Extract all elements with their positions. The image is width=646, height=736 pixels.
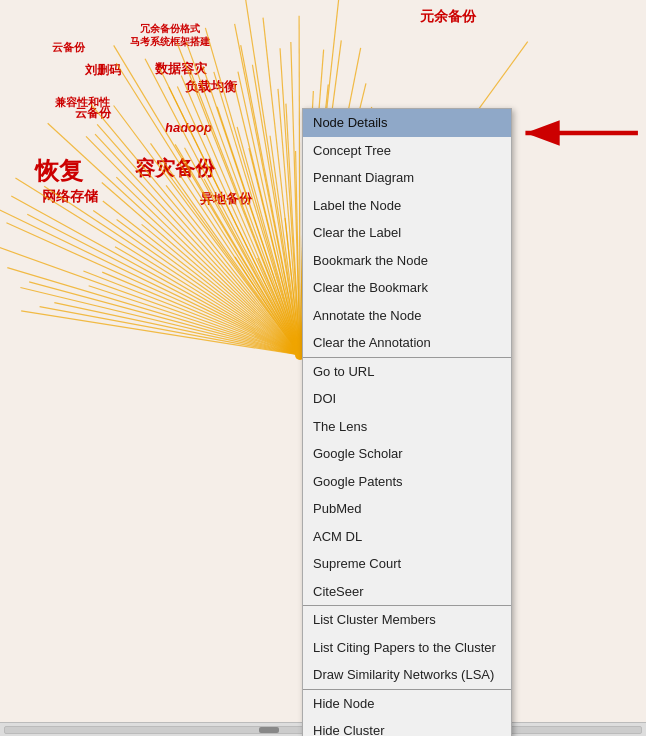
menu-item-hide-node[interactable]: Hide Node <box>303 689 511 718</box>
menu-item-list-citing-papers[interactable]: List Citing Papers to the Cluster <box>303 634 511 662</box>
menu-item-supreme-court[interactable]: Supreme Court <box>303 550 511 578</box>
menu-item-list-cluster-members[interactable]: List Cluster Members <box>303 605 511 634</box>
menu-item-clear-label[interactable]: Clear the Label <box>303 219 511 247</box>
arrow-indicator <box>514 118 644 148</box>
menu-item-bookmark-node[interactable]: Bookmark the Node <box>303 247 511 275</box>
menu-item-concept-tree[interactable]: Concept Tree <box>303 137 511 165</box>
menu-item-pennant-diagram[interactable]: Pennant Diagram <box>303 164 511 192</box>
svg-line-21 <box>102 182 300 355</box>
menu-item-draw-similarity[interactable]: Draw Similarity Networks (LSA) <box>303 661 511 689</box>
menu-item-hide-cluster[interactable]: Hide Cluster <box>303 717 511 736</box>
menu-item-google-patents[interactable]: Google Patents <box>303 468 511 496</box>
menu-item-cite-seer[interactable]: CiteSeer <box>303 578 511 606</box>
svg-line-62 <box>114 45 300 355</box>
menu-item-doi[interactable]: DOI <box>303 385 511 413</box>
menu-item-pubmed[interactable]: PubMed <box>303 495 511 523</box>
context-menu: Node DetailsConcept TreePennant DiagramL… <box>302 108 512 736</box>
menu-item-annotate-node[interactable]: Annotate the Node <box>303 302 511 330</box>
menu-item-google-scholar[interactable]: Google Scholar <box>303 440 511 468</box>
menu-item-the-lens[interactable]: The Lens <box>303 413 511 441</box>
svg-line-29 <box>114 106 300 355</box>
menu-item-clear-annotation[interactable]: Clear the Annotation <box>303 329 511 357</box>
menu-item-clear-bookmark[interactable]: Clear the Bookmark <box>303 274 511 302</box>
menu-item-acm-dl[interactable]: ACM DL <box>303 523 511 551</box>
menu-item-go-to-url[interactable]: Go to URL <box>303 357 511 386</box>
menu-item-label-node[interactable]: Label the Node <box>303 192 511 220</box>
menu-item-node-details[interactable]: Node Details <box>303 109 511 137</box>
scroll-thumb[interactable] <box>259 727 279 733</box>
